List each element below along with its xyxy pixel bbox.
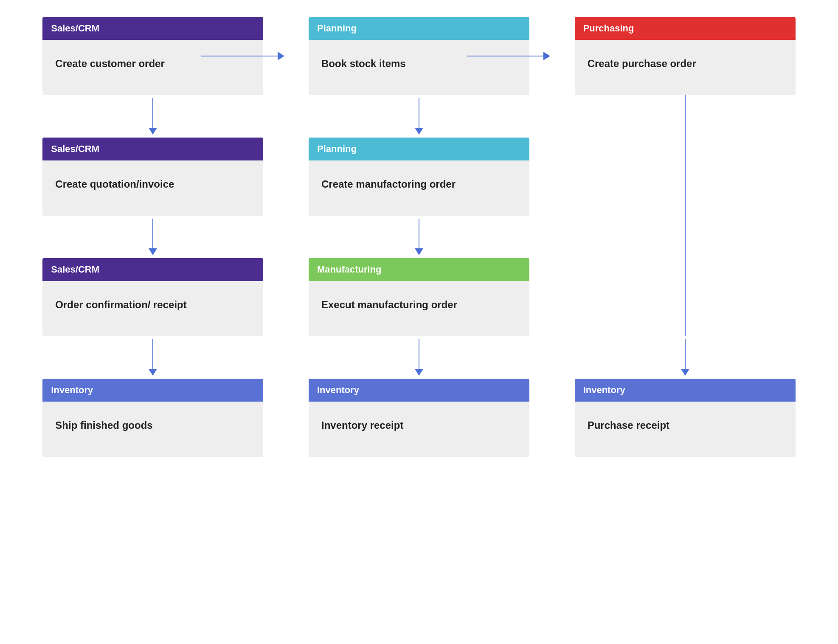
- h-arrow-1-to-2: [201, 52, 284, 60]
- node-col3-row3-empty: [552, 258, 818, 336]
- nodes-row4: Inventory Ship finished goods Inventory …: [20, 379, 818, 457]
- v-arrow-col1-r1-line: [152, 98, 153, 128]
- node-col2-row2: Planning Create manufactoring order: [286, 138, 552, 216]
- v-line-col3-r2b: [685, 216, 686, 258]
- v-arrow-col1-r3: [20, 336, 286, 379]
- v-arrow-col1-r2-line: [152, 219, 153, 248]
- v-arrow-col1-r3-line: [152, 339, 153, 369]
- node-col2-row3-header-label: Manufacturing: [317, 264, 382, 275]
- node-col2-row3: Manufacturing Execut manufacturing order: [286, 258, 552, 336]
- nodes-row2: Sales/CRM Create quotation/invoice Plann…: [20, 138, 818, 216]
- node-col3-row1: Purchasing Create purchase order: [552, 17, 818, 95]
- v-arrow-col3-r3-line: [685, 339, 686, 369]
- node-col1-row2-header: Sales/CRM: [42, 138, 263, 160]
- h-arrow-2-to-3-head: [543, 52, 550, 60]
- node-col3-row1-header: Purchasing: [575, 17, 796, 40]
- node-col2-row1-header-label: Planning: [317, 23, 357, 34]
- v-line-col3-r3: [685, 258, 686, 336]
- v-arrow-col1-r1: [20, 95, 286, 138]
- nodes-row3: Sales/CRM Order confirmation/ receipt Ma…: [20, 258, 818, 336]
- node-col1-row1-header: Sales/CRM: [42, 17, 263, 40]
- node-col2-row4-body-label: Inventory receipt: [321, 419, 403, 431]
- node-col1-row1-body-label: Create customer order: [55, 58, 164, 69]
- node-col2-row2-header-label: Planning: [317, 143, 357, 154]
- v-arrow-col1-r2: [20, 216, 286, 258]
- node-col1-row2-header-label: Sales/CRM: [51, 143, 99, 154]
- node-col1-row2-body-label: Create quotation/invoice: [55, 178, 174, 190]
- node-col1-row2: Sales/CRM Create quotation/invoice: [20, 138, 286, 216]
- node-col1-row4-body-label: Ship finished goods: [55, 419, 152, 431]
- node-col3-row1-header-label: Purchasing: [583, 23, 634, 34]
- node-col2-row1-body-label: Book stock items: [321, 58, 406, 69]
- node-col2-row4-header: Inventory: [309, 379, 529, 402]
- v-arrow-col2-r2: [286, 216, 552, 258]
- node-col1-row1-header-label: Sales/CRM: [51, 23, 99, 34]
- v-arrow-col2-r2-head: [415, 248, 423, 255]
- node-col1-row3-body-label: Order confirmation/ receipt: [55, 299, 186, 310]
- v-line-col3-r1: [685, 95, 686, 138]
- node-col3-row1-body-label: Create purchase order: [588, 58, 696, 69]
- node-col3-row4-header: Inventory: [575, 379, 796, 402]
- h-arrow-1-to-2-line: [201, 56, 278, 56]
- v-arrow-col1-r2-head: [149, 248, 157, 255]
- v-arrow-col2-r3: [286, 336, 552, 379]
- node-col2-row4-header-label: Inventory: [317, 385, 359, 395]
- v-arrows-row3: [20, 336, 818, 379]
- node-col3-row4-header-label: Inventory: [583, 385, 625, 395]
- node-col2-row1-header: Planning: [309, 17, 529, 40]
- v-arrow-col2-r3-line: [419, 339, 419, 369]
- h-arrow-2-to-3: [467, 52, 550, 60]
- node-col1-row3: Sales/CRM Order confirmation/ receipt: [20, 258, 286, 336]
- v-arrow-col1-r3-head: [149, 369, 157, 376]
- v-arrow-col2-r1: [286, 95, 552, 138]
- node-col2-row4: Inventory Inventory receipt: [286, 379, 552, 457]
- v-arrow-col3-r3: [552, 336, 818, 379]
- v-arrow-col2-r1-head: [415, 128, 423, 135]
- node-col1-row4-header-label: Inventory: [51, 385, 93, 395]
- v-arrows-row1: [20, 95, 818, 138]
- v-arrow-col2-r2-line: [419, 219, 419, 248]
- v-arrow-col1-r1-head: [149, 128, 157, 135]
- v-line-col3-r2: [685, 138, 686, 216]
- node-col2-row2-header: Planning: [309, 138, 529, 160]
- node-col2-row3-header: Manufacturing: [309, 258, 529, 281]
- node-col3-row4: Inventory Purchase receipt: [552, 379, 818, 457]
- node-col2-row2-body-label: Create manufactoring order: [321, 178, 456, 190]
- v-arrow-col2-r3-head: [415, 369, 423, 376]
- node-col1-row3-header-label: Sales/CRM: [51, 264, 99, 275]
- h-arrow-1-to-2-head: [278, 52, 284, 60]
- v-arrow-col2-r1-line: [419, 98, 419, 128]
- v-arrow-col3-r3-head: [681, 369, 689, 376]
- v-arrow-col3-r2: [552, 216, 818, 258]
- node-col1-row4-header: Inventory: [42, 379, 263, 402]
- node-col3-row2-empty: [552, 138, 818, 216]
- v-arrows-row2: [20, 216, 818, 258]
- v-arrow-col3-r1: [552, 95, 818, 138]
- node-col2-row3-body-label: Execut manufacturing order: [321, 299, 457, 310]
- h-arrow-2-to-3-line: [467, 56, 543, 56]
- node-col1-row4: Inventory Ship finished goods: [20, 379, 286, 457]
- node-col1-row3-header: Sales/CRM: [42, 258, 263, 281]
- node-col3-row4-body-label: Purchase receipt: [588, 419, 669, 431]
